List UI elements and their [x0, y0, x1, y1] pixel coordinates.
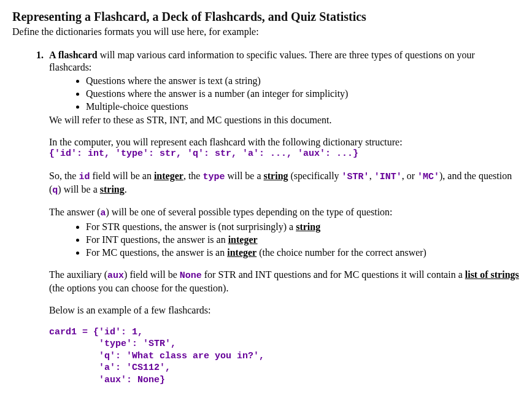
code-id: id [79, 172, 90, 182]
list-item: For MC questions, the answer is an integ… [86, 247, 520, 259]
kw-string2: string [100, 184, 125, 194]
kw-string: string [264, 171, 288, 181]
list-item: Questions where the answer is a number (… [86, 88, 520, 100]
example-intro: Below is an example of a few flashcards: [49, 304, 520, 317]
kw-integer: integer [154, 171, 183, 181]
answer-block: The answer (a) will be one of several po… [49, 206, 520, 259]
list-item: Questions where the answer is text (a st… [86, 75, 520, 87]
code-aux: aux [107, 271, 124, 281]
code-none: None [180, 271, 202, 281]
code-int: 'INT' [374, 172, 402, 182]
answer-types-list: For STR questions, the answer is (not su… [49, 221, 520, 259]
page-title: Representing a Flashcard, a Deck of Flas… [12, 9, 520, 25]
question-types-list: Questions where the answer is text (a st… [49, 75, 520, 113]
code-q: q [52, 185, 58, 196]
aux-paragraph: The auxiliary (aux) field will be None f… [49, 269, 520, 294]
lead-bold: A flashcard [49, 50, 98, 60]
list-item: For INT questions, the answer is an inte… [86, 234, 520, 246]
id-paragraph: So, the id field will be an integer, the… [49, 170, 520, 197]
kw-list-of-strings: list of strings [465, 269, 519, 280]
types-summary: We will refer to these as STR, INT, and … [49, 114, 520, 126]
main-list: A flashcard will map various card inform… [12, 49, 520, 386]
code-a: a [101, 208, 106, 218]
intro-text: Define the dictionaries formats you will… [12, 26, 520, 38]
example-code-card1: card1 = {'id': 1, 'type': 'STR', 'q': 'W… [49, 326, 520, 386]
code-type: type [202, 172, 225, 182]
dict-structure: In the computer, you will represent each… [49, 136, 520, 160]
answer-intro: The answer (a) will be one of several po… [49, 206, 520, 220]
dict-intro: In the computer, you will represent each… [49, 136, 520, 148]
list-item: For STR questions, the answer is (not su… [86, 221, 520, 233]
list-item: Multiple-choice questions [86, 101, 520, 113]
flashcard-lead: A flashcard will map various card inform… [49, 49, 520, 126]
code-mc: 'MC' [417, 172, 439, 182]
item-flashcard: A flashcard will map various card inform… [46, 49, 520, 386]
lead-rest: will map various card information to spe… [49, 50, 475, 72]
dict-code: {'id': int, 'type': str, 'q': str, 'a': … [49, 148, 520, 160]
code-str: 'STR' [342, 172, 369, 182]
